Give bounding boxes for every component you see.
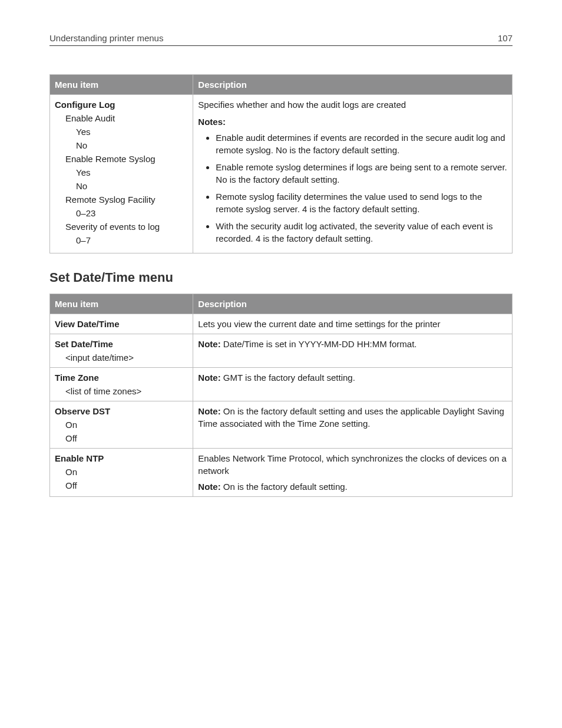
- note-text: Date/Time is set in YYYY-MM-DD HH:MM for…: [221, 339, 417, 349]
- page: Understanding printer menus 107 Menu ite…: [0, 0, 562, 728]
- desc-cell: Lets you view the current date and time …: [193, 314, 513, 334]
- desc-cell: Enables Network Time Protocol, which syn…: [193, 449, 513, 497]
- table1-header-menu: Menu item: [50, 75, 193, 95]
- table-row: Observe DST On Off Note: On is the facto…: [50, 401, 513, 449]
- page-number: 107: [498, 33, 513, 43]
- menu-cell: Time Zone <list of time zones>: [50, 368, 193, 401]
- menu-sub: Off: [55, 432, 188, 444]
- menu-opt: Yes: [55, 126, 188, 138]
- menu-cell: Configure Log Enable Audit Yes No Enable…: [50, 95, 193, 253]
- menu-cell: View Date/Time: [50, 314, 193, 334]
- configure-log-table: Menu item Description Configure Log Enab…: [49, 74, 513, 253]
- note-item: With the security audit log activated, t…: [216, 220, 507, 245]
- menu-sub: Enable Remote Syslog: [55, 153, 188, 165]
- note-text: On is the factory default setting.: [221, 482, 348, 492]
- table2-header-menu: Menu item: [50, 294, 193, 314]
- desc-text: Enables Network Time Protocol, which syn…: [198, 452, 507, 477]
- desc-cell: Note: Date/Time is set in YYYY-MM-DD HH:…: [193, 334, 513, 368]
- note-label: Note:: [198, 339, 220, 349]
- menu-title: Configure Log: [55, 98, 188, 111]
- menu-title: Observe DST: [55, 405, 188, 417]
- menu-sub: On: [55, 419, 188, 431]
- notes-list: Enable audit determines if events are re…: [198, 131, 507, 245]
- table-row: Enable NTP On Off Enables Network Time P…: [50, 449, 513, 497]
- menu-opt: 0–23: [55, 207, 188, 219]
- menu-sub: Remote Syslog Facility: [55, 193, 188, 206]
- note-text: On is the factory default setting and us…: [198, 406, 504, 429]
- note-label: Note:: [198, 406, 220, 416]
- menu-sub: Severity of events to log: [55, 220, 188, 233]
- table-row: Set Date/Time <input date/time> Note: Da…: [50, 334, 513, 368]
- table1-header-desc: Description: [193, 75, 513, 95]
- menu-opt: 0–7: [55, 234, 188, 246]
- menu-title: Time Zone: [55, 371, 188, 384]
- note-label: Note:: [198, 482, 220, 492]
- table2-header-desc: Description: [193, 294, 513, 314]
- menu-opt: No: [55, 180, 188, 192]
- note-text: GMT is the factory default setting.: [221, 373, 355, 383]
- menu-title: View Date/Time: [55, 318, 188, 330]
- desc-cell: Note: On is the factory default setting …: [193, 401, 513, 449]
- desc-intro: Specifies whether and how the audit logs…: [198, 98, 507, 111]
- menu-sub: Off: [55, 479, 188, 492]
- note-item: Remote syslog facility determines the va…: [216, 190, 507, 215]
- menu-title: Enable NTP: [55, 452, 188, 465]
- section-title: Set Date/Time menu: [49, 270, 513, 285]
- notes-label: Notes:: [198, 116, 507, 128]
- table-row: Configure Log Enable Audit Yes No Enable…: [50, 95, 513, 253]
- note-label: Note:: [198, 373, 220, 383]
- note-item: Enable audit determines if events are re…: [216, 131, 507, 156]
- menu-sub: <input date/time>: [55, 351, 188, 364]
- desc-cell: Note: GMT is the factory default setting…: [193, 368, 513, 401]
- header-title: Understanding printer menus: [49, 33, 163, 43]
- menu-sub: Enable Audit: [55, 112, 188, 124]
- running-header: Understanding printer menus 107: [49, 33, 513, 46]
- menu-title: Set Date/Time: [55, 338, 188, 350]
- menu-cell: Enable NTP On Off: [50, 449, 193, 497]
- menu-sub: <list of time zones>: [55, 385, 188, 397]
- note-item: Enable remote syslog determines if logs …: [216, 161, 507, 186]
- desc-text: Lets you view the current date and time …: [198, 319, 440, 329]
- menu-cell: Set Date/Time <input date/time>: [50, 334, 193, 368]
- set-date-time-table: Menu item Description View Date/Time Let…: [49, 294, 513, 497]
- table-row: Time Zone <list of time zones> Note: GMT…: [50, 368, 513, 401]
- menu-sub: On: [55, 466, 188, 478]
- desc-cell: Specifies whether and how the audit logs…: [193, 95, 513, 253]
- menu-opt: Yes: [55, 166, 188, 179]
- table-row: View Date/Time Lets you view the current…: [50, 314, 513, 334]
- menu-opt: No: [55, 139, 188, 151]
- menu-cell: Observe DST On Off: [50, 401, 193, 449]
